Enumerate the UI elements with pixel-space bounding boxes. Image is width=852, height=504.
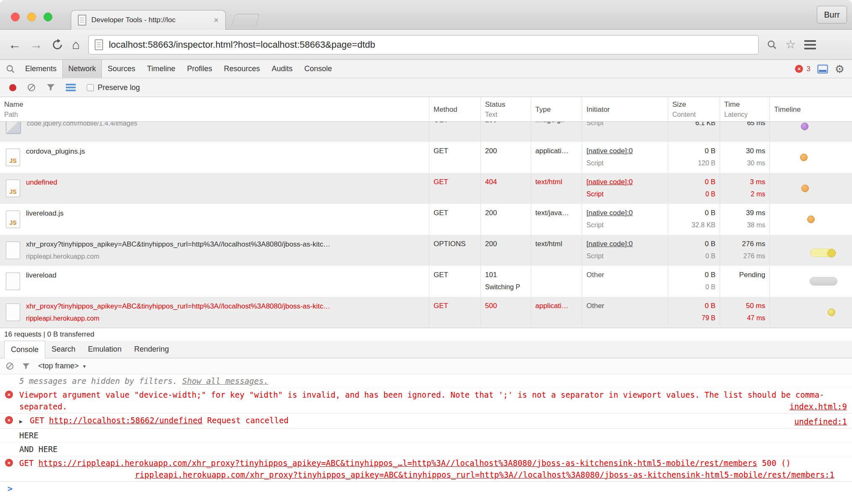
document-file-icon: [6, 273, 20, 290]
drawer-tab-rendering[interactable]: Rendering: [128, 341, 175, 358]
expand-arrow-icon[interactable]: ▶: [19, 418, 23, 424]
column-header-timeline[interactable]: Timeline: [770, 97, 852, 121]
timeline-marker: [801, 123, 808, 130]
request-row-xhr-proxy-500[interactable]: xhr_proxy?tinyhippos_apikey=ABC&tinyhipp…: [0, 297, 852, 328]
tab-console[interactable]: Console: [299, 60, 338, 78]
source-location-link[interactable]: undefined:1: [794, 416, 847, 427]
initiator-link[interactable]: [native code]:0: [586, 208, 664, 218]
request-row-undefined[interactable]: JS undefined GET 404 text/html [native c…: [0, 173, 852, 204]
navigation-bar: ← → ⌂ localhost:58663/inspector.html?hos…: [0, 30, 852, 60]
preserve-log-checkbox[interactable]: [87, 84, 94, 91]
browser-tab[interactable]: Developer Tools - http://loc ×: [71, 10, 226, 30]
tab-title: Developer Tools - http://loc: [91, 16, 209, 24]
tab-favicon-icon: [78, 15, 86, 26]
tab-profiles[interactable]: Profiles: [181, 60, 218, 78]
request-url-link[interactable]: http://localhost:58662/undefined: [49, 416, 202, 425]
console-log-here: HERE: [0, 429, 852, 442]
zoom-window-button[interactable]: [44, 13, 52, 21]
traffic-lights: [11, 13, 52, 21]
js-file-icon: JS: [6, 211, 20, 228]
back-icon[interactable]: ←: [8, 38, 21, 51]
filter-icon[interactable]: [46, 84, 55, 91]
network-summary-bar: 16 requests | 0 B transferred: [0, 328, 852, 341]
browser-menu-icon[interactable]: [804, 40, 816, 49]
request-row-xhr-proxy-options[interactable]: xhr_proxy?tinyhippos_apikey=ABC&tinyhipp…: [0, 235, 852, 266]
search-icon[interactable]: [767, 40, 777, 50]
column-header-size[interactable]: Size Content: [668, 97, 720, 121]
drawer-tabbar: Console Search Emulation Rendering: [0, 341, 852, 358]
drawer-tab-search[interactable]: Search: [45, 341, 82, 358]
console-prompt[interactable]: >: [0, 482, 852, 495]
request-row-images[interactable]: code.jquery.com/mobile/1.4.4/images GET …: [0, 122, 852, 142]
chevron-down-icon: ▼: [82, 364, 87, 369]
close-window-button[interactable]: [11, 13, 20, 21]
clear-icon[interactable]: [27, 83, 36, 92]
column-header-name[interactable]: Name Path: [0, 97, 429, 121]
request-url-link[interactable]: https://rippleapi.herokuapp.com/xhr_prox…: [39, 458, 757, 468]
error-count: 3: [806, 65, 810, 73]
tab-resources[interactable]: Resources: [218, 60, 266, 78]
js-file-icon: JS: [6, 180, 20, 197]
settings-gear-icon[interactable]: ⚙: [835, 64, 844, 75]
console-filter-icon[interactable]: [22, 363, 30, 370]
new-tab-button[interactable]: [231, 14, 260, 27]
column-header-time[interactable]: Time Latency: [720, 97, 770, 121]
column-header-initiator[interactable]: Initiator: [582, 97, 668, 121]
initiator-link[interactable]: [native code]:0: [586, 177, 664, 187]
console-hidden-messages-info: 5 messages are hidden by filters. Show a…: [0, 374, 852, 388]
error-count-badge[interactable]: × 3: [795, 65, 810, 73]
console-error-500: × GET https://rippleapi.herokuapp.com/xh…: [0, 456, 852, 482]
column-header-method[interactable]: Method: [429, 97, 481, 121]
tab-close-icon[interactable]: ×: [214, 16, 219, 24]
home-icon[interactable]: ⌂: [72, 38, 80, 51]
drawer-tab-emulation[interactable]: Emulation: [82, 341, 128, 358]
error-icon: ×: [5, 416, 13, 424]
request-row-cordova-plugins[interactable]: JS cordova_plugins.js GET 200 applicati……: [0, 142, 852, 173]
frame-selector-value: <top frame>: [38, 362, 79, 370]
document-file-icon: [6, 242, 20, 259]
column-header-status[interactable]: Status Text: [481, 97, 531, 121]
console-toolbar: <top frame> ▼: [0, 358, 852, 374]
titlebar: Developer Tools - http://loc × Burr: [0, 0, 852, 30]
tab-sources[interactable]: Sources: [102, 60, 141, 78]
console-error-viewport: × Viewport argument value "device-width;…: [0, 388, 852, 414]
request-row-livereload[interactable]: livereload GET 101Switching P Other 0 B0…: [0, 266, 852, 297]
bookmark-star-icon[interactable]: ☆: [785, 39, 796, 51]
timeline-marker: [828, 309, 835, 316]
show-all-messages-link[interactable]: Show all messages.: [182, 376, 269, 386]
record-icon[interactable]: [9, 84, 16, 91]
tab-elements[interactable]: Elements: [19, 60, 62, 78]
clear-console-icon[interactable]: [6, 362, 14, 370]
forward-icon[interactable]: →: [30, 38, 43, 51]
profile-button[interactable]: Burr: [817, 6, 847, 23]
request-count-summary: 16 requests | 0 B transferred: [4, 330, 94, 339]
minimize-window-button[interactable]: [27, 13, 36, 21]
error-icon: ×: [5, 459, 13, 467]
preserve-log-label: Preserve log: [98, 83, 140, 92]
address-bar[interactable]: localhost:58663/inspector.html?host=loca…: [88, 35, 759, 54]
console-log-and-here: AND HERE: [0, 442, 852, 456]
url-text: localhost:58663/inspector.html?host=loca…: [109, 39, 375, 50]
reload-icon[interactable]: [51, 39, 64, 51]
source-location-link[interactable]: index.html:9: [790, 401, 847, 412]
resource-rows-toggle-icon[interactable]: [66, 84, 76, 91]
frame-selector[interactable]: <top frame> ▼: [38, 362, 87, 370]
console-messages: 5 messages are hidden by filters. Show a…: [0, 374, 852, 495]
timeline-bar: [810, 277, 837, 285]
js-file-icon: JS: [6, 149, 20, 166]
column-header-type[interactable]: Type: [531, 97, 582, 121]
tab-network[interactable]: Network: [62, 60, 102, 78]
initiator-link[interactable]: [native code]:0: [586, 147, 664, 156]
initiator-link[interactable]: [native code]:0: [586, 239, 664, 249]
inspect-search-icon[interactable]: [6, 64, 15, 74]
network-toolbar: Preserve log: [0, 78, 852, 97]
drawer-tab-console[interactable]: Console: [4, 341, 45, 358]
browser-window: Developer Tools - http://loc × Burr ← → …: [0, 0, 852, 504]
network-request-list: code.jquery.com/mobile/1.4.4/images GET …: [0, 122, 852, 328]
tab-audits[interactable]: Audits: [266, 60, 299, 78]
request-row-livereload-js[interactable]: JS livereload.js GET 200 text/java… [nat…: [0, 204, 852, 235]
tab-timeline[interactable]: Timeline: [141, 60, 181, 78]
image-file-icon: [6, 122, 21, 134]
source-location-link[interactable]: rippleapi.herokuapp.com/xhr_proxy?tinyhi…: [135, 470, 834, 479]
toggle-drawer-icon[interactable]: [817, 64, 828, 74]
